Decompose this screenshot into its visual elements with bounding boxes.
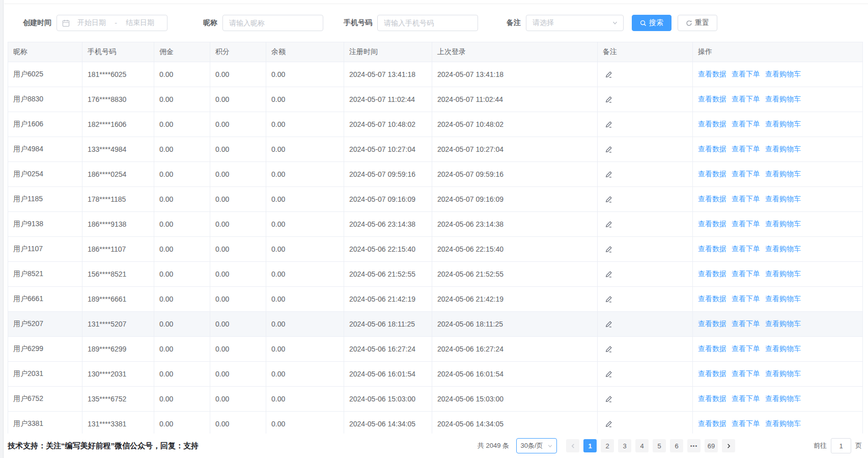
edit-remark-icon[interactable] <box>605 320 612 328</box>
view-cart-link[interactable]: 查看购物车 <box>765 344 801 353</box>
page-button-5[interactable]: 5 <box>653 439 666 452</box>
view-orders-link[interactable]: 查看下单 <box>732 394 760 402</box>
edit-remark-icon[interactable] <box>605 196 612 203</box>
view-cart-link[interactable]: 查看购物车 <box>765 195 801 203</box>
edit-remark-icon[interactable] <box>605 246 612 253</box>
edit-remark-icon[interactable] <box>605 271 612 278</box>
view-data-link[interactable]: 查看数据 <box>698 70 726 78</box>
cell-remark <box>598 337 693 362</box>
view-orders-link[interactable]: 查看下单 <box>732 145 760 153</box>
view-data-link[interactable]: 查看数据 <box>698 344 726 353</box>
view-orders-link[interactable]: 查看下单 <box>732 344 760 353</box>
chevron-right-icon <box>726 443 732 449</box>
end-date-placeholder[interactable]: 结束日期 <box>118 18 162 28</box>
view-orders-link[interactable]: 查看下单 <box>732 245 760 253</box>
table-row: 用户5207131****52070.000.000.002024-05-06 … <box>8 312 863 337</box>
view-cart-link[interactable]: 查看购物车 <box>765 245 801 253</box>
page-button-3[interactable]: 3 <box>618 439 631 452</box>
edit-remark-icon[interactable] <box>605 121 612 128</box>
cell-balance: 0.00 <box>266 387 344 412</box>
view-cart-link[interactable]: 查看购物车 <box>765 220 801 228</box>
edit-remark-icon[interactable] <box>605 370 612 378</box>
view-data-link[interactable]: 查看数据 <box>698 145 726 153</box>
cell-last-login: 2024-05-06 23:14:38 <box>432 212 598 237</box>
phone-input[interactable] <box>377 15 478 31</box>
view-data-link[interactable]: 查看数据 <box>698 369 726 378</box>
view-orders-link[interactable]: 查看下单 <box>732 319 760 328</box>
table-row: 用户2031130****20310.000.000.002024-05-06 … <box>8 362 863 387</box>
view-orders-link[interactable]: 查看下单 <box>732 170 760 178</box>
view-data-link[interactable]: 查看数据 <box>698 195 726 203</box>
view-cart-link[interactable]: 查看购物车 <box>765 170 801 178</box>
edit-remark-icon[interactable] <box>605 96 612 103</box>
edit-remark-icon[interactable] <box>605 395 612 403</box>
cell-register-time: 2024-05-06 21:52:55 <box>344 262 432 287</box>
view-cart-link[interactable]: 查看购物车 <box>765 319 801 328</box>
view-data-link[interactable]: 查看数据 <box>698 120 726 128</box>
cell-nickname: 用户2031 <box>8 362 82 387</box>
view-orders-link[interactable]: 查看下单 <box>732 195 760 203</box>
edit-remark-icon[interactable] <box>605 71 612 78</box>
cell-register-time: 2024-05-06 16:27:24 <box>344 337 432 362</box>
view-data-link[interactable]: 查看数据 <box>698 419 726 427</box>
view-cart-link[interactable]: 查看购物车 <box>765 120 801 128</box>
nickname-input[interactable] <box>222 15 323 31</box>
edit-remark-icon[interactable] <box>605 420 612 428</box>
remark-select[interactable]: 请选择 <box>526 15 624 31</box>
cell-balance: 0.00 <box>266 362 344 387</box>
edit-remark-icon[interactable] <box>605 171 612 178</box>
view-orders-link[interactable]: 查看下单 <box>732 294 760 303</box>
cell-last-login: 2024-05-07 11:02:44 <box>432 87 598 112</box>
view-orders-link[interactable]: 查看下单 <box>732 70 760 78</box>
reset-button[interactable]: 重置 <box>678 15 717 31</box>
view-cart-link[interactable]: 查看购物车 <box>765 270 801 278</box>
view-data-link[interactable]: 查看数据 <box>698 245 726 253</box>
date-range-picker[interactable]: 开始日期 - 结束日期 <box>57 15 167 31</box>
more-pages-button[interactable]: ••• <box>687 439 701 452</box>
view-data-link[interactable]: 查看数据 <box>698 95 726 103</box>
view-orders-link[interactable]: 查看下单 <box>732 419 760 427</box>
view-data-link[interactable]: 查看数据 <box>698 270 726 278</box>
cell-actions: 查看数据查看下单查看购物车 <box>693 212 863 237</box>
edit-remark-icon[interactable] <box>605 221 612 228</box>
cell-commission: 0.00 <box>154 162 210 187</box>
view-data-link[interactable]: 查看数据 <box>698 294 726 303</box>
view-cart-link[interactable]: 查看购物车 <box>765 369 801 378</box>
view-orders-link[interactable]: 查看下单 <box>732 220 760 228</box>
view-cart-link[interactable]: 查看购物车 <box>765 70 801 78</box>
view-cart-link[interactable]: 查看购物车 <box>765 419 801 427</box>
page-button-69[interactable]: 69 <box>705 439 718 452</box>
view-data-link[interactable]: 查看数据 <box>698 220 726 228</box>
next-page-button[interactable] <box>722 439 735 452</box>
edit-remark-icon[interactable] <box>605 295 612 303</box>
cell-nickname: 用户1606 <box>8 112 82 137</box>
view-cart-link[interactable]: 查看购物车 <box>765 394 801 402</box>
page-size-select[interactable]: 30条/页 <box>516 438 557 453</box>
view-orders-link[interactable]: 查看下单 <box>732 120 760 128</box>
view-cart-link[interactable]: 查看购物车 <box>765 294 801 303</box>
search-button[interactable]: 搜索 <box>632 15 671 31</box>
view-cart-link[interactable]: 查看购物车 <box>765 145 801 153</box>
cell-register-time: 2024-05-07 10:27:04 <box>344 137 432 162</box>
page-button-6[interactable]: 6 <box>670 439 683 452</box>
view-data-link[interactable]: 查看数据 <box>698 394 726 402</box>
page-button-1[interactable]: 1 <box>583 439 597 452</box>
page-button-4[interactable]: 4 <box>635 439 649 452</box>
view-orders-link[interactable]: 查看下单 <box>732 270 760 278</box>
view-data-link[interactable]: 查看数据 <box>698 319 726 328</box>
page-button-2[interactable]: 2 <box>601 439 614 452</box>
cell-remark <box>598 187 693 212</box>
edit-remark-icon[interactable] <box>605 345 612 353</box>
cell-nickname: 用户6661 <box>8 287 82 312</box>
goto-page-input[interactable] <box>831 438 851 453</box>
cell-register-time: 2024-05-06 16:01:54 <box>344 362 432 387</box>
edit-remark-icon[interactable] <box>605 146 612 153</box>
view-cart-link[interactable]: 查看购物车 <box>765 95 801 103</box>
view-data-link[interactable]: 查看数据 <box>698 170 726 178</box>
view-orders-link[interactable]: 查看下单 <box>732 95 760 103</box>
cell-last-login: 2024-05-06 14:34:05 <box>432 412 598 437</box>
view-orders-link[interactable]: 查看下单 <box>732 369 760 378</box>
prev-page-button[interactable] <box>566 439 579 452</box>
start-date-placeholder[interactable]: 开始日期 <box>70 18 114 28</box>
cell-last-login: 2024-05-06 16:27:24 <box>432 337 598 362</box>
